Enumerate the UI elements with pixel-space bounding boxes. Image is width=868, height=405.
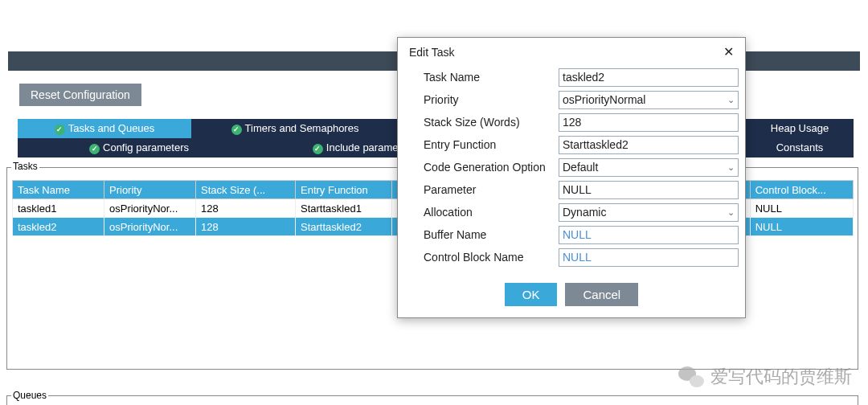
tasks-col-header[interactable]: Entry Function [296, 181, 392, 199]
tasks-col-header[interactable]: Control Block... [750, 181, 853, 199]
tasks-col-header[interactable]: Stack Size (... [196, 181, 296, 199]
buffer_name-input [559, 226, 739, 244]
table-cell: NULL [750, 218, 853, 236]
field-row-entry_fn: Entry Function [404, 133, 739, 156]
row1-tab-3[interactable]: Heap Usage [746, 119, 854, 138]
field-row-cb_name: Control Block Name [404, 246, 739, 268]
table-cell: taskled1 [13, 199, 104, 218]
select-value: osPriorityNormal [563, 93, 645, 106]
tab-label: Config parameters [103, 141, 189, 153]
table-cell: 128 [196, 199, 296, 218]
field-label: Parameter [404, 183, 559, 196]
table-cell: NULL [750, 199, 853, 218]
table-cell: 128 [196, 218, 296, 236]
field-label: Allocation [404, 206, 559, 219]
checkmark-icon: ✓ [313, 144, 323, 154]
select-value: Default [563, 161, 598, 174]
allocation-select[interactable]: Dynamic⌄ [559, 203, 739, 222]
row1-tab-1[interactable]: ✓Timers and Semaphores [191, 119, 399, 138]
checkmark-icon: ✓ [89, 144, 100, 154]
field-label: Control Block Name [404, 251, 559, 264]
tab-label: Heap Usage [771, 122, 829, 134]
entry_fn-input[interactable] [559, 136, 739, 154]
table-cell: Starttaskled1 [296, 199, 392, 218]
dialog-body: Task NamePriorityosPriorityNormal⌄Stack … [398, 63, 745, 275]
priority-select[interactable]: osPriorityNormal⌄ [559, 91, 739, 109]
tasks-fieldset-label: Tasks [11, 161, 39, 172]
field-label: Stack Size (Words) [404, 116, 559, 129]
field-row-allocation: AllocationDynamic⌄ [404, 201, 739, 223]
tab-label: Timers and Semaphores [245, 122, 359, 134]
chevron-down-icon: ⌄ [727, 95, 735, 105]
cancel-button[interactable]: Cancel [565, 283, 638, 306]
checkmark-icon: ✓ [231, 125, 242, 135]
field-label: Code Generation Option [404, 161, 559, 174]
tasks-col-header[interactable]: Task Name [13, 181, 104, 199]
field-label: Priority [404, 93, 559, 106]
ok-button[interactable]: OK [505, 283, 558, 306]
task_name-input[interactable] [559, 68, 739, 87]
table-cell: Starttaskled2 [296, 218, 392, 236]
row2-tab-3[interactable]: Constants [746, 138, 854, 158]
parameter-input[interactable] [559, 181, 739, 199]
reset-configuration-button[interactable]: Reset Configuration [19, 84, 141, 106]
table-cell: osPriorityNor... [104, 199, 196, 218]
field-label: Task Name [404, 71, 559, 84]
field-label: Buffer Name [404, 228, 559, 241]
field-row-priority: PriorityosPriorityNormal⌄ [404, 88, 739, 111]
field-row-stack_size: Stack Size (Words) [404, 111, 739, 133]
select-value: Dynamic [563, 206, 606, 219]
checkmark-icon: ✓ [55, 125, 65, 135]
queues-fieldset-label: Queues [11, 390, 48, 401]
field-row-parameter: Parameter [404, 178, 739, 201]
chevron-down-icon: ⌄ [727, 162, 735, 173]
edit-task-dialog: Edit Task ✕ Task NamePriorityosPriorityN… [397, 37, 746, 318]
queues-fieldset [6, 395, 858, 405]
close-icon[interactable]: ✕ [720, 44, 737, 59]
table-cell: osPriorityNor... [104, 218, 196, 236]
table-cell: taskled2 [13, 218, 104, 236]
row1-tab-0[interactable]: ✓Tasks and Queues [18, 119, 191, 138]
tasks-col-header[interactable]: Priority [104, 181, 196, 199]
chevron-down-icon: ⌄ [727, 207, 735, 218]
stack_size-input[interactable] [559, 113, 739, 132]
field-label: Entry Function [404, 138, 559, 151]
tab-label: Tasks and Queues [68, 122, 155, 134]
tab-label: Constants [776, 141, 824, 153]
cb_name-input [559, 248, 739, 267]
field-row-codegen: Code Generation OptionDefault⌄ [404, 156, 739, 178]
dialog-title: Edit Task [409, 46, 455, 59]
codegen-select[interactable]: Default⌄ [559, 158, 739, 177]
field-row-task_name: Task Name [404, 66, 739, 88]
row2-tab-0[interactable]: ✓Config parameters [18, 138, 260, 158]
field-row-buffer_name: Buffer Name [404, 223, 739, 246]
